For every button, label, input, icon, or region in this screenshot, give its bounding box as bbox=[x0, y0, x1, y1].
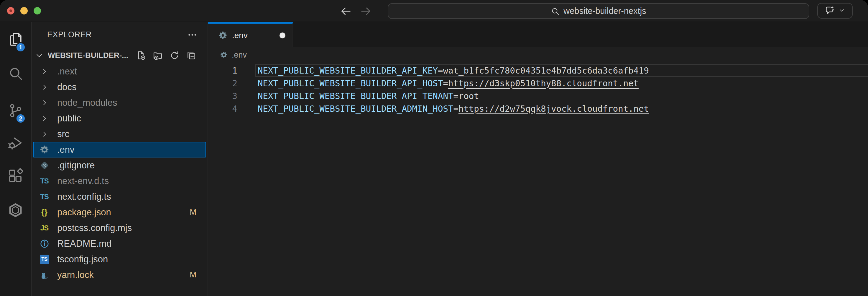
git-status-badge: M bbox=[190, 270, 197, 279]
git-diamond-icon bbox=[37, 160, 51, 170]
history-nav bbox=[340, 0, 372, 22]
gear-icon bbox=[220, 51, 228, 59]
line-number[interactable]: 2 bbox=[208, 78, 237, 88]
code-editor[interactable]: 1NEXT_PUBLIC_WEBSITE_BUILDER_API_KEY=wat… bbox=[208, 63, 868, 296]
collapse-all-icon[interactable] bbox=[186, 51, 196, 60]
code-line[interactable]: 4NEXT_PUBLIC_WEBSITE_BUILDER_ADMIN_HOST=… bbox=[208, 102, 868, 115]
new-folder-icon[interactable] bbox=[153, 51, 163, 60]
json-braces-icon: {} bbox=[37, 208, 51, 217]
tree-item-.env[interactable]: .env bbox=[33, 142, 206, 158]
code-line-content: NEXT_PUBLIC_WEBSITE_BUILDER_API_TENANT=r… bbox=[258, 91, 479, 101]
folder-section-label: WEBSITE-BUILDER-... bbox=[48, 51, 128, 60]
forward-arrow-icon[interactable] bbox=[360, 5, 372, 18]
maximize-button[interactable] bbox=[34, 7, 41, 15]
line-number[interactable]: 3 bbox=[208, 91, 237, 101]
minimize-button[interactable] bbox=[20, 7, 28, 15]
code-token-value: root bbox=[459, 91, 479, 101]
unsaved-indicator-dot bbox=[9, 9, 12, 12]
git-status-badge: M bbox=[190, 208, 197, 217]
code-link[interactable]: https://d3skp0510thy88.cloudfront.net bbox=[448, 78, 639, 88]
tree-item-postcss.config.mjs[interactable]: JSpostcss.config.mjs bbox=[32, 220, 208, 236]
code-token-op: = bbox=[443, 78, 448, 88]
ts-letters-icon: TS bbox=[37, 193, 51, 201]
code-token-value: wat_b1fc5fc780c04351e4b7dd5c6da3c6afb419 bbox=[443, 65, 649, 76]
tree-item-docs[interactable]: docs bbox=[32, 79, 208, 95]
tree-item-.gitignore[interactable]: .gitignore bbox=[32, 158, 208, 173]
tab-env[interactable]: .env bbox=[208, 22, 293, 47]
tree-item-label: public bbox=[57, 113, 81, 124]
code-token-key: NEXT_PUBLIC_WEBSITE_BUILDER_API_TENANT bbox=[258, 91, 453, 101]
code-token-key: NEXT_PUBLIC_WEBSITE_BUILDER_API_KEY bbox=[258, 65, 438, 76]
explorer-badge: 1 bbox=[16, 42, 26, 52]
code-line[interactable]: 1NEXT_PUBLIC_WEBSITE_BUILDER_API_KEY=wat… bbox=[208, 64, 868, 77]
activity-bar: 12 bbox=[0, 22, 31, 296]
explorer-sidebar: EXPLORER WEBSITE-BUILDER-... .nextdocsno… bbox=[31, 22, 208, 296]
tree-item-tsconfig.json[interactable]: TStsconfig.json bbox=[32, 251, 208, 267]
activity-item-extensions[interactable] bbox=[0, 167, 31, 186]
search-icon bbox=[8, 65, 23, 82]
tree-item-label: .next bbox=[57, 66, 77, 77]
close-button[interactable] bbox=[7, 7, 14, 15]
tree-item-src[interactable]: src bbox=[32, 126, 208, 142]
activity-item-explorer[interactable]: 1 bbox=[0, 31, 31, 49]
folder-section-header[interactable]: WEBSITE-BUILDER-... bbox=[32, 47, 208, 63]
new-file-icon[interactable] bbox=[136, 51, 146, 60]
tree-item-next.config.ts[interactable]: TSnext.config.ts bbox=[32, 189, 208, 205]
sidebar-header: EXPLORER bbox=[32, 22, 208, 47]
breadcrumb: .env bbox=[208, 47, 868, 63]
tree-item-yarn.lock[interactable]: yarn.lockM bbox=[32, 267, 208, 283]
code-token-op: = bbox=[453, 91, 458, 101]
tree-item-label: .gitignore bbox=[57, 160, 95, 171]
tree-item-label: .env bbox=[57, 144, 74, 155]
breadcrumb-item[interactable]: .env bbox=[232, 51, 247, 60]
more-actions-icon[interactable] bbox=[187, 30, 197, 40]
gear-icon bbox=[218, 31, 228, 40]
tree-item-label: docs bbox=[57, 82, 76, 92]
code-token-op: = bbox=[438, 65, 443, 76]
command-center-search[interactable]: website-builder-nextjs bbox=[388, 3, 809, 19]
code-line[interactable]: 3NEXT_PUBLIC_WEBSITE_BUILDER_API_TENANT=… bbox=[208, 89, 868, 102]
code-line-content: NEXT_PUBLIC_WEBSITE_BUILDER_API_KEY=wat_… bbox=[258, 65, 649, 76]
activity-item-hexagon-extension[interactable] bbox=[0, 201, 31, 220]
tree-item-label: package.json bbox=[57, 207, 111, 218]
tree-item-next-env.d.ts[interactable]: TSnext-env.d.ts bbox=[32, 173, 208, 189]
copilot-button[interactable] bbox=[817, 3, 852, 19]
chevron-right-icon bbox=[37, 99, 51, 107]
workbench: 12 EXPLORER WEBSITE-BUILDER-... .nextdoc… bbox=[0, 22, 868, 296]
section-actions bbox=[136, 51, 196, 60]
chevron-right-icon bbox=[37, 68, 51, 75]
code-line[interactable]: 2NEXT_PUBLIC_WEBSITE_BUILDER_API_HOST=ht… bbox=[208, 77, 868, 89]
chevron-right-icon bbox=[37, 115, 51, 122]
tree-item-label: yarn.lock bbox=[57, 270, 94, 280]
activity-item-search[interactable] bbox=[0, 65, 31, 83]
tree-item-.next[interactable]: .next bbox=[32, 63, 208, 79]
back-arrow-icon[interactable] bbox=[340, 5, 352, 18]
activity-item-run-debug[interactable] bbox=[0, 134, 31, 153]
tree-item-README.md[interactable]: README.md bbox=[32, 236, 208, 251]
editor-area: .env .env 1NEXT_PUBLIC_WEBSITE_BUILDER_A… bbox=[208, 22, 868, 296]
chevron-down-icon bbox=[838, 6, 846, 16]
tree-item-label: node_modules bbox=[57, 98, 117, 108]
tree-item-public[interactable]: public bbox=[32, 110, 208, 126]
activity-item-source-control[interactable]: 2 bbox=[0, 102, 31, 120]
line-number[interactable]: 1 bbox=[208, 65, 237, 76]
search-icon bbox=[551, 7, 560, 16]
unsaved-dot-icon[interactable] bbox=[280, 32, 285, 38]
code-line-content: NEXT_PUBLIC_WEBSITE_BUILDER_API_HOST=htt… bbox=[258, 78, 639, 88]
code-line-content: NEXT_PUBLIC_WEBSITE_BUILDER_ADMIN_HOST=h… bbox=[258, 104, 649, 114]
tree-item-label: next.config.ts bbox=[57, 191, 111, 202]
refresh-icon[interactable] bbox=[169, 51, 180, 60]
tree-item-package.json[interactable]: {}package.jsonM bbox=[32, 205, 208, 220]
ts-letters-icon: TS bbox=[37, 177, 51, 185]
sidebar-title: EXPLORER bbox=[47, 30, 92, 39]
titlebar: website-builder-nextjs bbox=[0, 0, 868, 22]
tsconfig-icon: TS bbox=[37, 254, 51, 264]
code-link[interactable]: https://d2w75qqk8jvock.cloudfront.net bbox=[459, 104, 649, 114]
chevron-right-icon bbox=[37, 83, 51, 91]
tree-item-node_modules[interactable]: node_modules bbox=[32, 95, 208, 110]
line-number[interactable]: 4 bbox=[208, 104, 237, 114]
code-token-key: NEXT_PUBLIC_WEBSITE_BUILDER_ADMIN_HOST bbox=[258, 104, 453, 114]
search-text: website-builder-nextjs bbox=[563, 6, 646, 16]
yarn-icon bbox=[37, 270, 51, 280]
source-control-badge: 2 bbox=[16, 113, 26, 124]
